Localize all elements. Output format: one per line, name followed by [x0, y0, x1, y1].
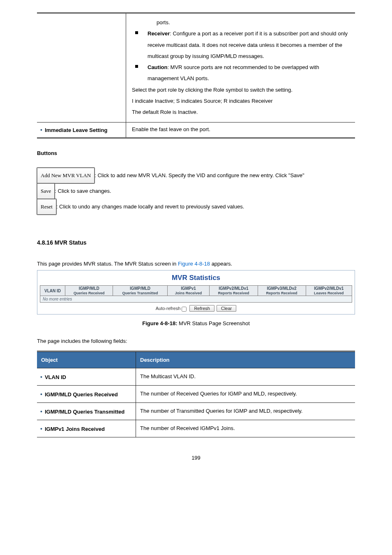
- caution-bullet: Caution: MVR source ports are not recomm…: [146, 62, 349, 84]
- fields-r2-key: •IGMP/MLD Queries Received: [37, 386, 136, 403]
- refresh-button[interactable]: Refresh: [189, 305, 214, 312]
- fields-r4-key: •IGMPv1 Joins Received: [37, 420, 136, 437]
- mvr-th-c3: IGMPv1Joins Received: [167, 286, 210, 296]
- immediate-leave-key-cell: •Immediate Leave Setting: [37, 122, 126, 138]
- bullet-icon: •: [40, 374, 42, 380]
- mvr-controls: Auto-refresh Refresh Clear: [40, 305, 352, 312]
- mvr-th-c5: IGMPv3/MLDv2Reports Received: [258, 286, 306, 296]
- mvr-statistics-title: MVR Statistics: [40, 274, 352, 282]
- role-settings-table: ports. Receiver: Configure a port as a r…: [37, 12, 355, 139]
- status-intro-link: Figure 4-8-18: [178, 261, 210, 267]
- add-mvr-vlan-desc: : Click to add new MVR VLAN. Specify the…: [95, 172, 304, 178]
- role-cell-left: [37, 13, 126, 123]
- bullet-icon: •: [40, 391, 42, 398]
- ports-line: ports.: [157, 17, 349, 28]
- immediate-leave-desc: Enable the fast leave on the port.: [126, 122, 355, 138]
- immediate-leave-key: Immediate Leave Setting: [45, 127, 107, 133]
- clear-button[interactable]: Clear: [217, 305, 236, 312]
- fields-r3-desc: The number of Transmitted Queries for IG…: [136, 403, 355, 420]
- fields-r1-key: •VLAN ID: [37, 368, 136, 386]
- buttons-block: Add New MVR VLAN: Click to add new MVR V…: [37, 168, 355, 215]
- add-mvr-vlan-button[interactable]: Add New MVR VLAN: [37, 168, 95, 183]
- fields-table: Object Description •VLAN ID The Multicas…: [37, 351, 355, 437]
- auto-refresh-checkbox[interactable]: [182, 307, 187, 312]
- status-intro-a: This page provides MVR status. The MVR S…: [37, 261, 178, 267]
- fields-r3-key: •IGMP/MLD Queries Transmitted: [37, 403, 136, 420]
- caution-key: Caution: [148, 64, 167, 70]
- bullet-icon: •: [40, 408, 42, 415]
- fields-th-object: Object: [37, 352, 136, 368]
- receiver-key: Receiver: [148, 30, 170, 37]
- role-tail-b: I indicate Inactive; S indicates Source;…: [132, 95, 349, 106]
- auto-refresh-label: Auto-refresh: [156, 306, 181, 311]
- role-tail-c: The default Role is Inactive.: [132, 106, 349, 118]
- mvr-status-heading: 4.8.16 MVR Status: [37, 239, 355, 246]
- receiver-bullet: Receiver: Configure a port as a receiver…: [146, 28, 349, 62]
- mvr-no-more-entries: No more entries: [40, 296, 352, 303]
- bullet-icon: •: [40, 426, 42, 432]
- mvr-figure-caption: Figure 4-8-18: MVR Status Page Screensho…: [37, 320, 355, 326]
- mvr-th-c4: IGMPv2/MLDv1Reports Received: [210, 286, 258, 296]
- mvr-figure-caption-a: Figure 4-8-18:: [142, 320, 177, 326]
- reset-desc: : Click to undo any changes made locally…: [56, 204, 244, 210]
- caution-desc: : MVR source ports are not recommended t…: [148, 64, 319, 81]
- role-tail-a: Select the port role by clicking the Rol…: [132, 84, 349, 95]
- mvr-statistics-panel: MVR Statistics VLAN ID IGMP/MLDQueries R…: [37, 270, 355, 314]
- buttons-heading: Buttons: [37, 150, 355, 156]
- fields-r2-desc: The number of Received Queries for IGMP …: [136, 386, 355, 403]
- fields-intro: The page includes the following fields:: [37, 338, 355, 344]
- mvr-figure-caption-b: MVR Status Page Screenshot: [177, 320, 249, 326]
- fields-r4-desc: The number of Received IGMPv1 Joins.: [136, 420, 355, 437]
- reset-button[interactable]: Reset: [37, 199, 56, 215]
- status-intro-b: appears.: [210, 261, 232, 267]
- mvr-th-vlan: VLAN ID: [40, 286, 65, 296]
- fields-th-description: Description: [136, 352, 355, 368]
- save-desc: : Click to save changes.: [55, 188, 111, 194]
- mvr-th-c6: IGMPv2/MLDv1Leaves Received: [306, 286, 352, 296]
- bullet-icon: •: [40, 127, 42, 133]
- fields-r1-desc: The Multicast VLAN ID.: [136, 368, 355, 386]
- page-number: 199: [37, 455, 355, 461]
- mvr-statistics-table: VLAN ID IGMP/MLDQueries Received IGMP/ML…: [40, 285, 352, 303]
- role-cell-right: ports. Receiver: Configure a port as a r…: [126, 13, 355, 123]
- mvr-th-c1: IGMP/MLDQueries Received: [65, 286, 113, 296]
- receiver-desc: : Configure a port as a receiver port if…: [148, 30, 348, 59]
- mvr-th-c2: IGMP/MLDQueries Transmitted: [113, 286, 167, 296]
- save-button[interactable]: Save: [37, 183, 55, 199]
- mvr-status-intro: This page provides MVR status. The MVR S…: [37, 261, 355, 267]
